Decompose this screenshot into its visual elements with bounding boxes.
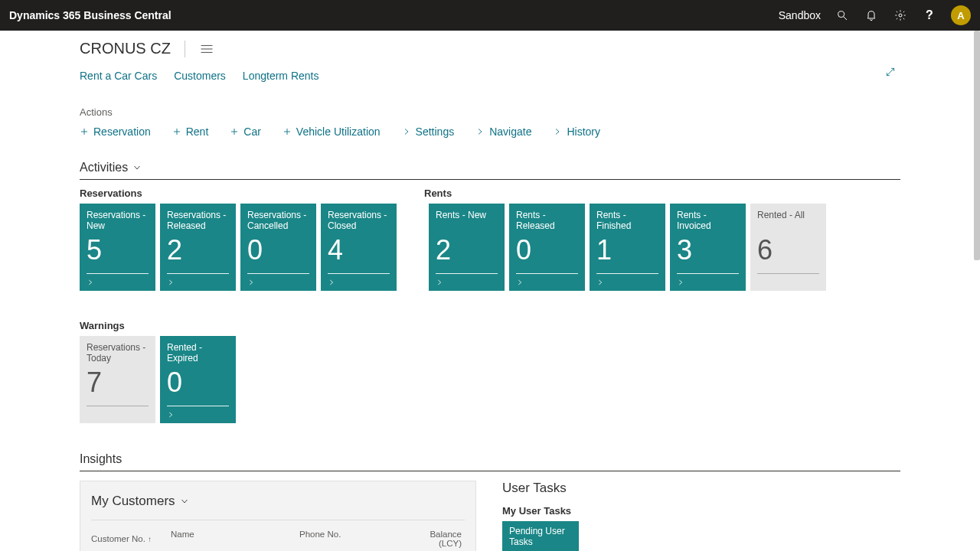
- sort-arrow-icon: ↑: [148, 535, 152, 543]
- plus-icon: [172, 127, 181, 136]
- tile-rents-new[interactable]: Rents - New 2: [429, 204, 505, 291]
- action-history[interactable]: History: [553, 126, 600, 138]
- action-vehicle-utilization[interactable]: Vehicle Utilization: [283, 126, 381, 138]
- column-name[interactable]: Name: [171, 530, 299, 548]
- tile-label: Rents - Finished: [596, 210, 658, 231]
- column-customer-no[interactable]: Customer No. ↑: [91, 530, 171, 548]
- nav-tabs: Rent a Car Cars Customers Longterm Rents: [0, 64, 980, 85]
- tile-rented-expired[interactable]: Rented - Expired 0: [160, 336, 236, 423]
- tile-value: 7: [87, 368, 149, 397]
- company-name[interactable]: CRONUS CZ: [80, 40, 171, 57]
- divider: [185, 41, 185, 57]
- action-rent[interactable]: Rent: [172, 126, 209, 138]
- action-label: Car: [243, 126, 261, 138]
- actions-label: Actions: [0, 85, 980, 122]
- user-tasks-section: User Tasks My User Tasks Pending User Ta…: [502, 481, 579, 551]
- tile-reservations-cancelled[interactable]: Reservations - Cancelled 0: [240, 204, 316, 291]
- expand-icon[interactable]: [885, 67, 896, 80]
- tile-reservations-new[interactable]: Reservations - New 5: [80, 204, 155, 291]
- tile-value: 0: [247, 236, 309, 265]
- chevron-right-icon: [167, 411, 175, 419]
- chevron-right-icon: [677, 279, 684, 286]
- action-label: Reservation: [93, 126, 151, 138]
- tile-rents-released[interactable]: Rents - Released 0: [509, 204, 585, 291]
- tile-spacer: [401, 204, 424, 291]
- warnings-group-label: Warnings: [0, 291, 980, 336]
- column-label: Customer No.: [91, 534, 145, 543]
- tile-value: 0: [167, 368, 229, 397]
- chevron-right-icon: [87, 279, 94, 286]
- user-tasks-subtitle: My User Tasks: [502, 505, 579, 517]
- tile-reservations-released[interactable]: Reservations - Released 2: [160, 204, 236, 291]
- plus-icon: [283, 127, 292, 136]
- svg-point-0: [838, 11, 844, 18]
- tile-label: Reservations - Today: [87, 342, 149, 364]
- plus-icon: [80, 127, 89, 136]
- avatar[interactable]: A: [951, 5, 971, 25]
- tile-rents-finished[interactable]: Rents - Finished 1: [590, 204, 665, 291]
- action-reservation[interactable]: Reservation: [80, 126, 151, 138]
- chevron-right-icon: [553, 127, 562, 136]
- scrollbar[interactable]: [974, 31, 980, 260]
- hamburger-icon[interactable]: [199, 41, 214, 57]
- tile-value: 0: [516, 236, 578, 265]
- tile-label: Rented - All: [757, 210, 819, 231]
- action-label: Vehicle Utilization: [296, 126, 381, 138]
- svg-line-6: [887, 68, 893, 75]
- action-car[interactable]: Car: [230, 126, 261, 138]
- chevron-down-icon: [180, 497, 189, 506]
- warning-tiles: Reservations - Today 7 Rented - Expired …: [0, 336, 980, 423]
- my-customers-header[interactable]: My Customers: [91, 494, 465, 509]
- activities-header[interactable]: Activities: [0, 138, 980, 178]
- bell-icon[interactable]: [864, 8, 879, 23]
- help-icon[interactable]: ?: [922, 8, 937, 23]
- tile-rents-invoiced[interactable]: Rents - Invoiced 3: [670, 204, 746, 291]
- chevron-right-icon: [596, 279, 604, 286]
- insights-title: Insights: [0, 423, 980, 469]
- tile-pending-user-tasks[interactable]: Pending User Tasks 0: [502, 521, 579, 551]
- action-label: Settings: [416, 126, 455, 138]
- tile-label: Reservations - Released: [167, 210, 229, 231]
- chevron-right-icon: [436, 279, 443, 286]
- environment-label: Sandbox: [779, 9, 821, 21]
- chevron-right-icon: [167, 279, 175, 286]
- tile-rented-all[interactable]: Rented - All 6: [750, 204, 826, 291]
- tile-value: 4: [328, 236, 390, 265]
- action-navigate[interactable]: Navigate: [475, 126, 531, 138]
- chevron-right-icon: [402, 127, 411, 136]
- column-balance[interactable]: Balance (LCY): [405, 530, 465, 548]
- chevron-right-icon: [328, 279, 335, 286]
- svg-line-1: [844, 17, 847, 20]
- tile-value: 2: [436, 236, 498, 265]
- divider: [91, 520, 465, 520]
- tile-label: Reservations - Closed: [328, 210, 390, 231]
- tile-reservations-today[interactable]: Reservations - Today 7: [80, 336, 155, 423]
- user-tasks-title: User Tasks: [502, 481, 579, 496]
- action-settings[interactable]: Settings: [402, 126, 455, 138]
- action-label: Rent: [186, 126, 209, 138]
- svg-point-2: [899, 14, 902, 17]
- chevron-right-icon: [516, 279, 524, 286]
- activities-title: Activities: [80, 161, 128, 174]
- tile-value: 6: [757, 236, 819, 265]
- tile-group-labels: Reservations Rents: [0, 180, 980, 204]
- chevron-right-icon: [247, 279, 255, 286]
- rents-group-label: Rents: [424, 187, 452, 199]
- tile-label: Rents - Invoiced: [677, 210, 739, 231]
- tile-label: Rented - Expired: [167, 342, 229, 364]
- gear-icon[interactable]: [893, 8, 908, 23]
- tile-reservations-closed[interactable]: Reservations - Closed 4: [321, 204, 397, 291]
- search-icon[interactable]: [835, 8, 850, 23]
- chevron-right-icon: [475, 127, 485, 136]
- activity-tiles: Reservations - New 5 Reservations - Rele…: [0, 204, 980, 291]
- tile-label: Pending User Tasks: [509, 526, 572, 547]
- tab-longterm-rents[interactable]: Longterm Rents: [243, 70, 319, 82]
- tab-customers[interactable]: Customers: [174, 70, 226, 82]
- page-content: CRONUS CZ Rent a Car Cars Customers Long…: [0, 31, 980, 551]
- tile-value: 3: [677, 236, 739, 265]
- column-phone[interactable]: Phone No.: [299, 530, 405, 548]
- tile-label: Reservations - Cancelled: [247, 210, 309, 231]
- app-title: Dynamics 365 Business Central: [9, 9, 172, 21]
- topbar: Dynamics 365 Business Central Sandbox ? …: [0, 0, 980, 31]
- tab-rent-a-car-cars[interactable]: Rent a Car Cars: [80, 70, 157, 82]
